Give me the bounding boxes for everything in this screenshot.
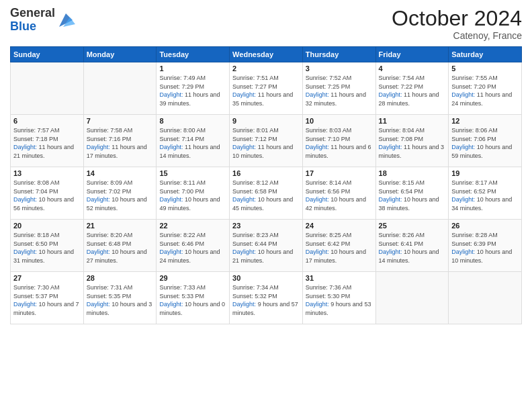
sunrise-text: Sunrise: 7:51 AM: [232, 74, 300, 83]
daylight-text: Daylight: 10 hours and 21 minutes.: [232, 248, 300, 265]
weekday-header-friday: Friday: [375, 47, 449, 62]
daylight-text: Daylight: 9 hours and 57 minutes.: [232, 300, 300, 317]
daylight-text: Daylight: 10 hours and 27 minutes.: [87, 248, 154, 265]
day-info: Sunrise: 8:08 AMSunset: 7:04 PMDaylight:…: [13, 179, 81, 212]
daylight-label: Daylight:: [379, 144, 404, 150]
daylight-label: Daylight:: [232, 91, 258, 98]
day-cell: 9Sunrise: 8:01 AMSunset: 7:12 PMDaylight…: [230, 115, 303, 167]
day-cell: 13Sunrise: 8:08 AMSunset: 7:04 PMDayligh…: [11, 167, 84, 220]
day-cell: 20Sunrise: 8:18 AMSunset: 6:50 PMDayligh…: [11, 220, 84, 272]
header: General Blue October 2024 Catenoy, Franc…: [10, 7, 522, 41]
day-number: 25: [379, 222, 446, 230]
daylight-label: Daylight:: [13, 248, 39, 255]
day-cell: 31Sunrise: 7:36 AMSunset: 5:30 PMDayligh…: [302, 272, 375, 324]
day-cell: [375, 272, 449, 324]
sunset-text: Sunset: 7:00 PM: [159, 187, 226, 196]
day-info: Sunrise: 7:31 AMSunset: 5:35 PMDaylight:…: [87, 283, 154, 317]
week-row-5: 27Sunrise: 7:30 AMSunset: 5:37 PMDayligh…: [11, 272, 522, 324]
sunrise-text: Sunrise: 8:18 AM: [13, 231, 81, 240]
weekday-header-tuesday: Tuesday: [157, 47, 230, 62]
sunrise-text: Sunrise: 8:11 AM: [159, 179, 226, 187]
day-number: 29: [159, 274, 226, 282]
daylight-label: Daylight:: [306, 301, 331, 308]
day-info: Sunrise: 8:26 AMSunset: 6:41 PMDaylight:…: [379, 231, 446, 265]
sunrise-text: Sunrise: 8:04 AM: [379, 126, 446, 135]
week-row-1: 1Sunrise: 7:49 AMSunset: 7:29 PMDaylight…: [11, 62, 522, 115]
sunrise-text: Sunrise: 7:36 AM: [306, 283, 373, 292]
sunset-text: Sunset: 5:33 PM: [159, 292, 226, 301]
daylight-label: Daylight:: [232, 144, 258, 150]
day-info: Sunrise: 8:15 AMSunset: 6:54 PMDaylight:…: [379, 179, 446, 212]
daylight-label: Daylight:: [379, 196, 404, 203]
daylight-text: Daylight: 11 hours and 3 minutes.: [379, 143, 446, 160]
day-number: 10: [306, 117, 373, 125]
sunrise-text: Sunrise: 8:25 AM: [306, 231, 373, 240]
daylight-label: Daylight:: [159, 144, 185, 150]
daylight-text: Daylight: 10 hours and 42 minutes.: [306, 195, 373, 212]
sunset-text: Sunset: 7:10 PM: [306, 135, 373, 144]
day-cell: 14Sunrise: 8:09 AMSunset: 7:02 PMDayligh…: [83, 167, 157, 220]
logo-blue-text: Blue: [10, 19, 36, 33]
day-number: 3: [306, 64, 373, 73]
sunrise-text: Sunrise: 7:34 AM: [232, 283, 300, 292]
daylight-label: Daylight:: [451, 248, 477, 255]
calendar-page: General Blue October 2024 Catenoy, Franc…: [0, 0, 532, 411]
sunrise-text: Sunrise: 8:08 AM: [13, 179, 81, 187]
sunset-text: Sunset: 6:39 PM: [451, 240, 519, 248]
sunset-text: Sunset: 5:32 PM: [232, 292, 300, 301]
daylight-label: Daylight:: [232, 301, 258, 308]
day-info: Sunrise: 7:54 AMSunset: 7:22 PMDaylight:…: [379, 74, 446, 107]
day-info: Sunrise: 7:30 AMSunset: 5:37 PMDaylight:…: [13, 283, 81, 317]
sunrise-text: Sunrise: 8:28 AM: [451, 231, 519, 240]
daylight-label: Daylight:: [13, 301, 39, 308]
daylight-text: Daylight: 10 hours and 45 minutes.: [232, 195, 300, 212]
sunset-text: Sunset: 7:02 PM: [87, 187, 154, 196]
weekday-header-monday: Monday: [83, 47, 157, 62]
day-info: Sunrise: 7:33 AMSunset: 5:33 PMDaylight:…: [159, 283, 226, 317]
sunset-text: Sunset: 7:08 PM: [379, 135, 446, 144]
daylight-text: Daylight: 11 hours and 10 minutes.: [232, 143, 300, 160]
day-info: Sunrise: 7:51 AMSunset: 7:27 PMDaylight:…: [232, 74, 300, 107]
week-row-2: 6Sunrise: 7:57 AMSunset: 7:18 PMDaylight…: [11, 115, 522, 167]
day-cell: [449, 272, 522, 324]
sunrise-text: Sunrise: 8:26 AM: [379, 231, 446, 240]
day-cell: 24Sunrise: 8:25 AMSunset: 6:42 PMDayligh…: [302, 220, 375, 272]
logo-general-text: General: [10, 6, 55, 19]
day-info: Sunrise: 8:17 AMSunset: 6:52 PMDaylight:…: [451, 179, 519, 212]
sunset-text: Sunset: 7:22 PM: [379, 83, 446, 91]
day-number: 14: [87, 169, 154, 177]
daylight-label: Daylight:: [306, 144, 331, 150]
daylight-text: Daylight: 11 hours and 28 minutes.: [379, 91, 446, 107]
title-section: October 2024 Catenoy, France: [392, 7, 522, 41]
daylight-text: Daylight: 10 hours and 52 minutes.: [87, 195, 154, 212]
day-info: Sunrise: 8:14 AMSunset: 6:56 PMDaylight:…: [306, 179, 373, 212]
daylight-text: Daylight: 11 hours and 32 minutes.: [306, 91, 373, 107]
daylight-text: Daylight: 10 hours and 3 minutes.: [87, 300, 154, 317]
day-cell: 8Sunrise: 8:00 AMSunset: 7:14 PMDaylight…: [157, 115, 230, 167]
daylight-text: Daylight: 10 hours and 10 minutes.: [451, 248, 519, 265]
day-cell: 5Sunrise: 7:55 AMSunset: 7:20 PMDaylight…: [449, 62, 522, 115]
daylight-text: Daylight: 10 hours and 17 minutes.: [306, 248, 373, 265]
daylight-text: Daylight: 11 hours and 24 minutes.: [451, 91, 519, 107]
daylight-text: Daylight: 11 hours and 14 minutes.: [159, 143, 226, 160]
sunrise-text: Sunrise: 8:14 AM: [306, 179, 373, 187]
day-info: Sunrise: 8:00 AMSunset: 7:14 PMDaylight:…: [159, 126, 226, 160]
daylight-label: Daylight:: [232, 196, 258, 203]
daylight-text: Daylight: 11 hours and 35 minutes.: [232, 91, 300, 107]
sunset-text: Sunset: 7:14 PM: [159, 135, 226, 144]
sunset-text: Sunset: 6:58 PM: [232, 187, 300, 196]
sunset-text: Sunset: 7:06 PM: [451, 135, 519, 144]
day-number: 7: [87, 117, 154, 125]
sunset-text: Sunset: 7:04 PM: [13, 187, 81, 196]
day-info: Sunrise: 8:22 AMSunset: 6:46 PMDaylight:…: [159, 231, 226, 265]
daylight-label: Daylight:: [87, 248, 112, 255]
day-number: 1: [159, 64, 226, 73]
day-info: Sunrise: 7:52 AMSunset: 7:25 PMDaylight:…: [306, 74, 373, 107]
day-info: Sunrise: 8:01 AMSunset: 7:12 PMDaylight:…: [232, 126, 300, 160]
day-number: 13: [13, 169, 81, 177]
day-cell: 3Sunrise: 7:52 AMSunset: 7:25 PMDaylight…: [302, 62, 375, 115]
day-number: 2: [232, 64, 300, 73]
day-number: 26: [451, 222, 519, 230]
day-cell: 21Sunrise: 8:20 AMSunset: 6:48 PMDayligh…: [83, 220, 157, 272]
day-cell: 7Sunrise: 7:58 AMSunset: 7:16 PMDaylight…: [83, 115, 157, 167]
